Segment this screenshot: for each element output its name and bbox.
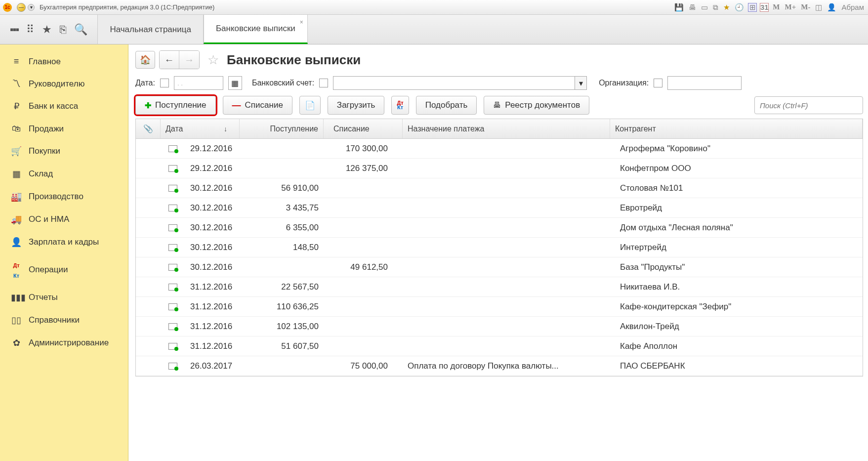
m-plus-button[interactable]: M+ [784, 3, 797, 11]
table-row[interactable]: 30.12.20166 355,00Дом отдыха "Лесная пол… [136, 218, 863, 238]
pick-button[interactable]: Подобрать [416, 96, 477, 115]
nav-admin[interactable]: ✿Администрирование [0, 332, 128, 354]
load-label: Загрузить [337, 100, 375, 110]
table-row[interactable]: 30.12.201656 910,00Столовая №101 [136, 178, 863, 198]
table-row[interactable]: 31.12.2016110 636,25Кафе-кондитерская "З… [136, 297, 863, 317]
date-picker-icon[interactable]: ▦ [228, 76, 242, 90]
nav-reports-label: Отчеты [29, 293, 58, 302]
table-row[interactable]: 31.12.2016102 135,00Аквилон-Трейд [136, 317, 863, 336]
cell-date: 29.12.2016 [185, 164, 240, 173]
income-label: Поступление [155, 100, 207, 110]
nav-sales[interactable]: 🛍Продажи [0, 118, 128, 140]
nav-production[interactable]: 🏭Производство [0, 185, 128, 208]
history-icon[interactable]: 🕘 [734, 3, 745, 12]
col-income-label: Поступление [270, 125, 318, 133]
account-combo[interactable]: ▾ [333, 76, 587, 90]
link-icon[interactable]: ⎘ [60, 23, 66, 36]
outcome-label: Списание [245, 100, 283, 110]
cell-date: 30.12.2016 [185, 203, 240, 213]
tab-bank-statements[interactable]: Банковские выписки × [204, 15, 308, 44]
apps-grid-icon-2[interactable]: ⠿ [26, 23, 34, 36]
m-minus-button[interactable]: M- [800, 3, 811, 11]
nav-admin-label: Администрирование [29, 338, 109, 348]
compare-icon[interactable]: ⧉ [712, 3, 719, 12]
col-date[interactable]: Дата↓ [161, 119, 240, 138]
load-button[interactable]: Загрузить [328, 96, 385, 115]
username[interactable]: Абрам [840, 3, 865, 11]
table-row[interactable]: 26.03.201775 000,00Оплата по договору По… [136, 356, 863, 376]
doc-icon[interactable]: ▭ [700, 3, 709, 12]
table-row[interactable]: 31.12.201651 607,50Кафе Аполлон [136, 336, 863, 356]
cell-status-icon [161, 303, 185, 310]
dtkt-button[interactable]: ДтКт [391, 96, 409, 115]
nav-bank[interactable]: ₽Банк и касса [0, 95, 128, 118]
print-icon[interactable]: 🖶 [688, 3, 697, 11]
table-row[interactable]: 30.12.20163 435,75Евротрейд [136, 198, 863, 218]
nav-assets[interactable]: 🚚ОС и НМА [0, 208, 128, 231]
grid-header: 📎 Дата↓ Поступление Списание Назначение … [136, 119, 863, 139]
col-income[interactable]: Поступление [240, 119, 324, 138]
forward-button[interactable]: → [179, 51, 199, 69]
table-row[interactable]: 29.12.2016170 300,00Агроферма "Коровино" [136, 139, 863, 159]
account-dropdown-icon[interactable]: ▾ [575, 76, 587, 90]
org-combo[interactable] [667, 76, 742, 90]
account-input[interactable] [333, 76, 575, 90]
nav-refs[interactable]: ▯▯Справочники [0, 309, 128, 332]
copy-button[interactable]: 📄 [299, 96, 321, 115]
calendar-icon[interactable]: 31 [760, 3, 769, 12]
tab-bank-label: Банковские выписки [216, 24, 295, 34]
nav-manager[interactable]: 〽Руководителю [0, 73, 128, 95]
home-button[interactable]: 🏠 [135, 51, 155, 69]
table-row[interactable]: 29.12.2016126 375,00Конфетпром ООО [136, 159, 863, 178]
nav-main-label: Главное [29, 57, 61, 67]
table-row[interactable]: 31.12.201622 567,50Никитаева И.В. [136, 277, 863, 297]
nav-operations[interactable]: ДтКтОперации [0, 253, 128, 286]
tab-close-icon[interactable]: × [300, 19, 303, 26]
nav-reports[interactable]: ▮▮▮Отчеты [0, 286, 128, 309]
nav-manager-label: Руководителю [29, 79, 84, 89]
window-menu-button[interactable]: ▾ [28, 4, 35, 11]
nav-main[interactable]: ≡Главное [0, 50, 128, 73]
account-checkbox[interactable] [319, 79, 328, 87]
apps-grid-icon[interactable]: ▪▪▪ [10, 23, 18, 36]
app-logo-icon: 1c [3, 3, 12, 12]
save-icon[interactable]: 💾 [673, 3, 685, 12]
m-button[interactable]: M [772, 3, 781, 11]
user-icon[interactable]: 👤 [826, 3, 837, 12]
income-button[interactable]: ✚Поступление [135, 96, 216, 115]
nav-purchases[interactable]: 🛒Покупки [0, 140, 128, 163]
org-checkbox[interactable] [654, 79, 662, 87]
panel-toggle-icon[interactable]: ◫ [814, 3, 823, 12]
tab-home[interactable]: Начальная страница [97, 15, 204, 44]
col-outcome[interactable]: Списание [324, 119, 403, 138]
back-button[interactable]: ← [160, 51, 179, 69]
search-icon[interactable]: 🔍 [74, 23, 87, 36]
date-checkbox[interactable] [160, 79, 169, 87]
table-row[interactable]: 30.12.2016148,50Интертрейд [136, 238, 863, 257]
col-date-label: Дата [165, 125, 183, 133]
favorite-star-icon[interactable]: ☆ [207, 52, 219, 68]
cell-status-icon [161, 185, 185, 192]
nav-warehouse[interactable]: ▦Склад [0, 163, 128, 185]
cell-income: 6 355,00 [240, 223, 324, 233]
nav-salary[interactable]: 👤Зарплата и кадры [0, 231, 128, 253]
favorite-icon[interactable]: ★ [722, 3, 731, 12]
star-icon[interactable]: ★ [42, 23, 52, 36]
col-agent-label: Контрагент [615, 125, 656, 133]
calculator-icon[interactable]: ⊞ [748, 3, 757, 12]
registry-button[interactable]: 🖶Реестр документов [484, 96, 589, 115]
cart-icon: 🛒 [11, 146, 22, 157]
nav-panel: ≡Главное 〽Руководителю ₽Банк и касса 🛍Пр… [0, 44, 128, 461]
outcome-button[interactable]: —Списание [223, 96, 292, 115]
cell-income: 148,50 [240, 243, 324, 252]
minimize-button[interactable]: — [17, 3, 26, 12]
cell-outcome: 170 300,00 [324, 144, 403, 154]
org-input[interactable] [667, 76, 742, 90]
table-row[interactable]: 30.12.201649 612,50База "Продукты" [136, 257, 863, 277]
col-attachment[interactable]: 📎 [136, 119, 161, 138]
registry-label: Реестр документов [505, 100, 580, 110]
col-agent[interactable]: Контрагент [610, 119, 863, 138]
search-input[interactable] [754, 96, 863, 114]
date-input[interactable] [174, 76, 223, 90]
col-purpose[interactable]: Назначение платежа [403, 119, 610, 138]
